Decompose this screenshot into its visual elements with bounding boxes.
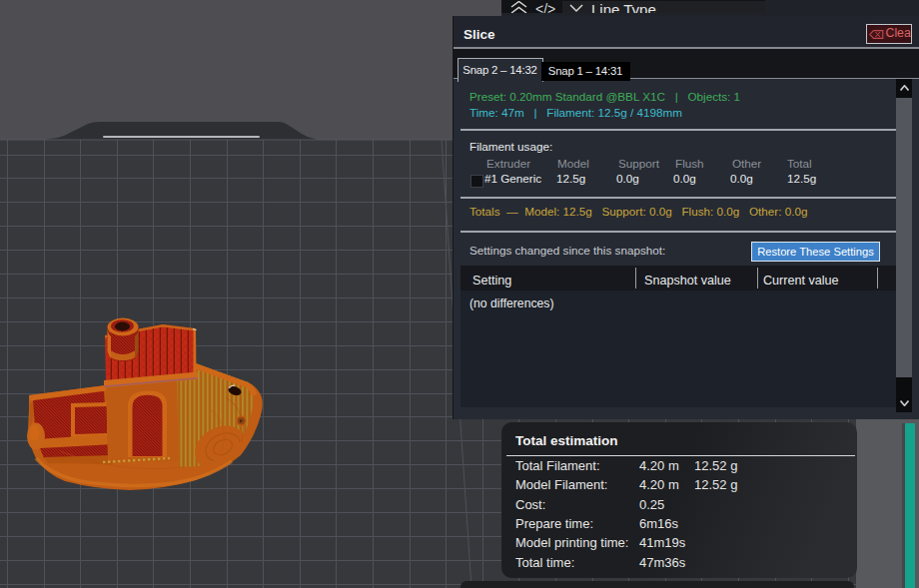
svg-text:</>: </> bbox=[535, 1, 555, 13]
svg-text:Line Type: Line Type bbox=[591, 1, 656, 13]
